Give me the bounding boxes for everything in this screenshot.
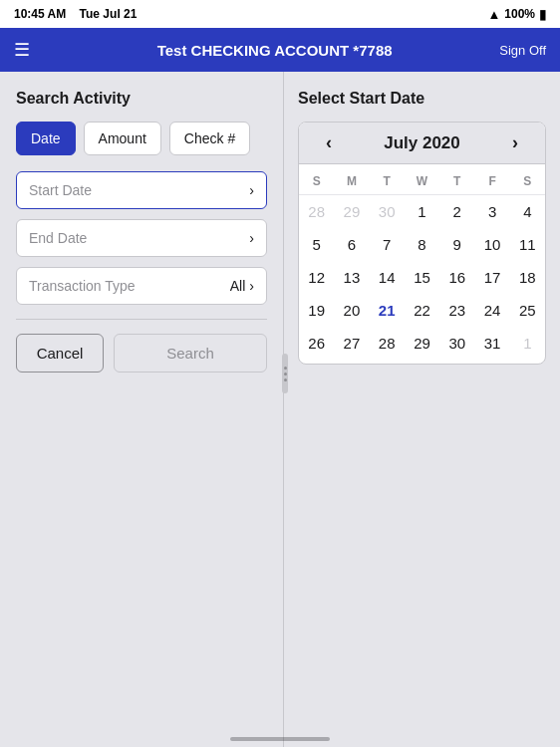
calendar-day[interactable]: 4 [510,195,545,228]
calendar-week-row: 2627282930311 [299,327,545,360]
transaction-type-arrow: › [249,278,254,294]
calendar-day[interactable]: 29 [334,195,369,228]
calendar-day[interactable]: 12 [299,261,334,294]
search-button[interactable]: Search [114,334,267,373]
calendar-weekdays: SMTWTFS [299,168,545,195]
action-row: Cancel Search [16,334,267,373]
home-indicator [230,737,330,741]
left-panel: Search Activity Date Amount Check # Star… [0,72,284,747]
calendar-week-row: 12131415161718 [299,261,545,294]
calendar-weekday: S [299,168,334,194]
menu-icon[interactable]: ☰ [14,39,50,61]
calendar-weekday: T [370,168,405,194]
calendar-week-row: 2829301234 [299,195,545,228]
divider [16,319,267,320]
transaction-value-row: All › [230,278,254,294]
nav-title: Test CHECKING ACCOUNT *7788 [50,42,499,59]
calendar-day[interactable]: 7 [370,228,405,261]
resize-dot-1 [284,367,287,370]
nav-bar: ☰ Test CHECKING ACCOUNT *7788 Sign Off [0,28,560,72]
calendar-day[interactable]: 30 [439,327,474,360]
calendar-day[interactable]: 17 [474,261,509,294]
calendar-day[interactable]: 10 [474,228,509,261]
calendar-day[interactable]: 5 [299,228,334,261]
sign-off-button[interactable]: Sign Off [499,43,546,58]
start-date-arrow: › [249,182,254,198]
date-button[interactable]: Date [16,122,76,155]
calendar-week-row: 19202122232425 [299,294,545,327]
status-time: 10:45 AM [14,7,66,21]
calendar-day[interactable]: 6 [334,228,369,261]
search-activity-title: Search Activity [16,90,267,108]
calendar-day[interactable]: 1 [510,327,545,360]
resize-dot-3 [284,378,287,381]
battery-percent: 100% [504,7,535,21]
calendar-header: ‹ July 2020 › [299,123,545,164]
calendar-day[interactable]: 20 [334,294,369,327]
main-content: Search Activity Date Amount Check # Star… [0,72,560,747]
status-bar: 10:45 AM Tue Jul 21 ▲ 100% ▮ [0,0,560,28]
calendar-day[interactable]: 29 [405,327,439,360]
calendar-day[interactable]: 9 [439,228,474,261]
calendar-week-row: 567891011 [299,228,545,261]
calendar-month-year: July 2020 [384,133,460,153]
calendar-day[interactable]: 22 [405,294,439,327]
calendar-day[interactable]: 2 [439,195,474,228]
resize-dot-2 [284,373,287,375]
calendar-day[interactable]: 24 [474,294,509,327]
calendar-weekday: M [334,168,369,194]
calendar-grid: SMTWTFS 28293012345678910111213141516171… [299,164,545,364]
calendar-day[interactable]: 18 [510,261,545,294]
calendar-day[interactable]: 1 [405,195,439,228]
transaction-type-value: All [230,278,246,294]
calendar-day[interactable]: 21 [370,294,405,327]
calendar-weeks: 2829301234567891011121314151617181920212… [299,195,545,360]
calendar: ‹ July 2020 › SMTWTFS 282930123456789101… [298,122,546,365]
end-date-label: End Date [29,230,87,246]
calendar-weekday: F [474,168,509,194]
calendar-day[interactable]: 31 [474,327,509,360]
calendar-day[interactable]: 14 [370,261,405,294]
amount-button[interactable]: Amount [84,122,161,155]
start-date-field[interactable]: Start Date › [16,171,267,209]
calendar-day[interactable]: 11 [510,228,545,261]
end-date-field[interactable]: End Date › [16,219,267,257]
calendar-day[interactable]: 13 [334,261,369,294]
wifi-icon: ▲ [487,7,500,22]
calendar-weekday: W [405,168,439,194]
calendar-day[interactable]: 28 [299,195,334,228]
cancel-button[interactable]: Cancel [16,334,104,373]
start-date-label: Start Date [29,182,92,198]
calendar-prev-button[interactable]: ‹ [315,132,343,153]
battery-icon: ▮ [539,7,546,22]
calendar-weekday: T [439,168,474,194]
calendar-weekday: S [510,168,545,194]
status-icons: ▲ 100% ▮ [487,7,546,22]
end-date-arrow: › [249,230,254,246]
status-time-date: 10:45 AM Tue Jul 21 [14,7,137,21]
calendar-day[interactable]: 8 [405,228,439,261]
calendar-day[interactable]: 27 [334,327,369,360]
calendar-day[interactable]: 28 [370,327,405,360]
calendar-day[interactable]: 16 [439,261,474,294]
status-date: Tue Jul 21 [80,7,138,21]
calendar-day[interactable]: 3 [474,195,509,228]
calendar-day[interactable]: 26 [299,327,334,360]
resize-handle[interactable] [282,354,288,393]
search-type-row: Date Amount Check # [16,122,267,155]
transaction-type-field[interactable]: Transaction Type All › [16,267,267,305]
calendar-day[interactable]: 23 [439,294,474,327]
transaction-type-label: Transaction Type [29,278,136,294]
calendar-day[interactable]: 19 [299,294,334,327]
calendar-day[interactable]: 15 [405,261,439,294]
calendar-day[interactable]: 30 [370,195,405,228]
right-panel: Select Start Date ‹ July 2020 › SMTWTFS … [284,72,560,747]
check-number-button[interactable]: Check # [169,122,250,155]
calendar-next-button[interactable]: › [501,132,529,153]
calendar-day[interactable]: 25 [510,294,545,327]
select-start-date-title: Select Start Date [298,90,546,108]
